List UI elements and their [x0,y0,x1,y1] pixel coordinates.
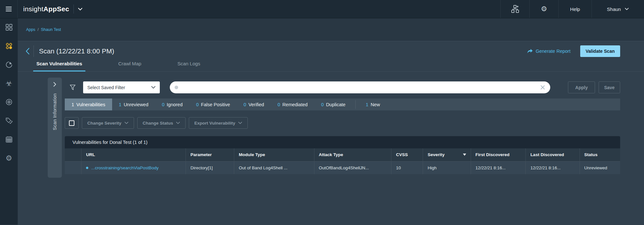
topbar-actions: ⚙ Help Shaun [500,0,644,18]
filter-search-input[interactable] [181,85,537,90]
breadcrumb-apps-link[interactable]: Apps [26,27,35,32]
sidebar-item-dashboard[interactable] [5,23,13,31]
user-chevron-down-icon [625,8,629,10]
user-menu[interactable]: Shaun [591,0,644,18]
user-name: Shaun [607,6,621,12]
scan-information-panel[interactable]: Scan Information [48,78,62,178]
row-parameter-cell: Directory[1] [186,161,234,174]
header-checkbox-column [65,148,82,161]
export-vulnerability-button[interactable]: Export Vulnerability [189,117,248,129]
sidebar-item-scans[interactable] [5,61,13,69]
apps-icon [5,42,13,50]
settings-gear-icon: ⚙ [541,5,547,13]
select-chevron-down-icon [151,86,156,89]
sidebar-item-attack-modules[interactable] [5,98,13,106]
column-header-url[interactable]: URL [82,148,186,161]
settings-gear-icon: ⚙ [5,154,12,162]
status-tab-duplicate[interactable]: 0 Duplicate [314,98,352,110]
tab-crawl-map[interactable]: Crawl Map [115,61,145,71]
breadcrumb-current-link[interactable]: Shaun Test [41,27,61,32]
column-header-attack-type[interactable]: Attack Type [314,148,391,161]
filter-funnel-icon [69,84,76,91]
column-header-parameter[interactable]: Parameter [186,148,234,161]
checkbox-icon [69,120,74,126]
vulnerability-status-tabs: 1 Vulnerabilities 1 Unreviewed 0 Ignored… [65,98,620,110]
expand-chevron-right-icon [53,82,56,87]
tab-scan-vulnerabilities[interactable]: Scan Vulnerabilities [33,61,85,71]
chevron-down-icon [124,122,129,124]
sidebar-item-vulnerabilities[interactable]: ☣ [5,80,13,87]
breadcrumb-bar: Apps / Shaun Test [18,18,644,41]
sidebar-item-tags[interactable] [5,117,13,125]
vulnerabilities-biohazard-icon: ☣ [5,80,12,87]
row-cvss-cell: 10 [391,161,423,174]
generate-report-share-icon [527,49,533,54]
sidebar-item-schedules[interactable] [5,136,13,143]
filter-bar: Select Saved Filter [65,81,620,93]
apply-filter-button[interactable]: Apply [568,81,595,93]
change-severity-button[interactable]: Change Severity [82,117,134,129]
settings-button[interactable]: ⚙ [529,0,558,18]
tags-icon [5,117,13,125]
status-tab-new[interactable]: 1 New [359,98,387,110]
column-header-first-discovered[interactable]: First Discovered [471,148,526,161]
logo-divider [73,5,74,14]
target-icon [5,98,13,106]
row-attack-type-cell: OutOfBandLog4ShellJN... [314,161,391,174]
validate-scan-button[interactable]: Validate Scan [580,45,620,57]
status-tab-unreviewed[interactable]: 1 Unreviewed [112,98,155,110]
row-last-discovered-cell: 12/22/21 8:16... [526,161,580,174]
vulnerabilities-table-section: Vulnerabilities for Donal Test (1 of 1) … [65,136,620,174]
column-header-cvss[interactable]: CVSS [391,148,423,161]
scan-information-label: Scan Information [52,93,57,130]
search-dot-icon [175,86,178,89]
save-filter-button[interactable]: Save [599,81,620,93]
column-header-last-discovered[interactable]: Last Discovered [526,148,580,161]
chevron-down-icon [238,122,242,124]
change-status-button[interactable]: Change Status [137,117,186,129]
row-checkbox-cell [65,161,82,174]
help-button[interactable]: Help [558,0,591,18]
hamburger-menu-button[interactable] [0,0,18,18]
title-actions: Generate Report Validate Scan [527,45,620,57]
table-row: ...crosstraining/searchViaPostBody Direc… [65,161,620,174]
left-nav-sidebar: ☣ [0,18,18,225]
back-chevron-icon [25,48,30,55]
product-switcher-chevron-down-icon[interactable] [78,8,82,11]
sidebar-item-settings[interactable]: ⚙ [5,154,13,162]
tab-scan-logs[interactable]: Scan Logs [174,61,204,71]
add-apps-button[interactable] [500,0,529,18]
product-logo: insightAppSec [18,0,82,18]
status-tab-vulnerabilities[interactable]: 1 Vulnerabilities [65,98,112,110]
status-tab-false-positive[interactable]: 0 False Positive [189,98,237,110]
breadcrumb-separator: / [38,27,39,32]
saved-filter-value: Select Saved Filter [87,85,125,90]
generate-report-label: Generate Report [536,49,571,54]
chevron-down-icon [176,122,180,124]
product-logo-text: insightAppSec [23,5,69,13]
saved-filter-select[interactable]: Select Saved Filter [83,81,160,93]
column-header-module-type[interactable]: Module Type [234,148,314,161]
generate-report-button[interactable]: Generate Report [527,49,571,54]
page-tabs: Scan Vulnerabilities Crawl Map Scan Logs [18,61,644,72]
sort-descending-icon [463,154,466,156]
row-first-discovered-cell: 12/22/21 8:16... [471,161,526,174]
status-tab-verified[interactable]: 0 Verified [237,98,271,110]
clear-search-x-icon[interactable] [540,85,545,90]
filter-search-box [170,81,550,93]
status-tabs-divider [355,100,356,109]
vulnerability-url-link[interactable]: ...crosstraining/searchViaPostBody [91,165,159,170]
status-tab-remediated[interactable]: 0 Remediated [271,98,314,110]
status-tab-ignored[interactable]: 0 Ignored [155,98,189,110]
column-header-severity[interactable]: Severity [423,148,471,161]
new-vulnerability-dot-icon [86,167,88,169]
page-title: Scan (12/22/21 8:00 PM) [39,47,114,55]
back-button[interactable] [25,48,30,55]
select-all-checkbox[interactable] [65,117,79,129]
hamburger-icon [5,5,13,13]
schedule-calendar-icon [5,136,13,143]
sidebar-item-apps[interactable] [5,42,13,50]
column-header-status[interactable]: Status [580,148,620,161]
breadcrumb: Apps / Shaun Test [26,27,61,32]
top-bar: insightAppSec ⚙ Help Shaun [0,0,644,18]
